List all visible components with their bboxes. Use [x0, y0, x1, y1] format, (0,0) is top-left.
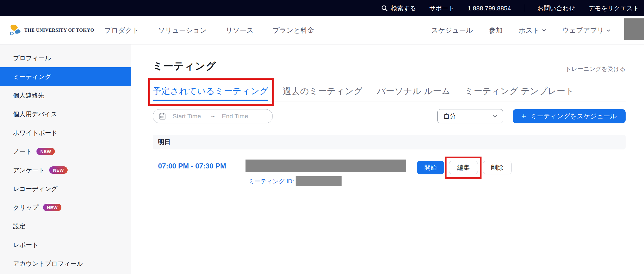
start-meeting-button[interactable]: 開始	[417, 161, 444, 174]
sidebar-item-profile[interactable]: プロフィール	[0, 49, 131, 67]
schedule-meeting-label: ミーティングをスケジュール	[530, 112, 617, 121]
chevron-down-icon	[542, 29, 546, 32]
calendar-icon	[158, 112, 166, 120]
meeting-time: 07:00 PM - 07:30 PM	[158, 162, 226, 170]
new-badge: NEW	[36, 148, 55, 155]
search-link[interactable]: 検索する	[381, 4, 416, 12]
main-content: ミーティング トレーニングを受ける 予定されているミーティング 過去のミーティン…	[131, 44, 644, 274]
get-training-link[interactable]: トレーニングを受ける	[565, 65, 626, 73]
nav-solutions[interactable]: ソリューション	[158, 26, 207, 35]
sidebar-item-label: クリップ	[13, 203, 39, 212]
nav-plans-pricing[interactable]: プランと料金	[272, 26, 314, 35]
sidebar-item-label: レコーディング	[13, 185, 58, 193]
sidebar-item-label: ノート	[13, 147, 32, 156]
tab-previous-meetings[interactable]: 過去のミーティング	[283, 86, 363, 101]
topbar-phone[interactable]: 1.888.799.8854	[468, 5, 511, 12]
meeting-id-redacted	[296, 176, 342, 186]
action-schedule[interactable]: スケジュール	[431, 26, 473, 35]
sidebar-item-label: アカウントプロフィール	[13, 259, 83, 268]
owner-filter-value: 自分	[444, 112, 456, 120]
meeting-actions: 開始 編集 削除	[417, 161, 512, 174]
sidebar-item-label: アンケート	[13, 166, 45, 174]
sidebar-item-personal-contacts[interactable]: 個人連絡先	[0, 86, 131, 105]
avatar[interactable]	[624, 18, 644, 40]
search-label: 検索する	[391, 4, 416, 12]
start-time-input[interactable]	[173, 113, 211, 120]
tab-meeting-templates[interactable]: ミーティング テンプレート	[465, 86, 574, 101]
section-header-tomorrow: 明日	[153, 135, 626, 149]
utokyo-ginkgo-logo-icon	[8, 24, 21, 37]
end-time-input[interactable]	[222, 113, 257, 120]
sidebar-item-notes[interactable]: ノート NEW	[0, 142, 131, 161]
action-web-app-label: ウェブアプリ	[562, 26, 604, 35]
page-title: ミーティング	[153, 59, 216, 73]
meeting-topic-redacted	[246, 160, 406, 172]
primary-nav: プロダクト ソリューション リソース プランと料金	[104, 26, 314, 35]
sidebar-item-whiteboard[interactable]: ホワイトボード	[0, 123, 131, 142]
sidebar-item-label: プロフィール	[13, 54, 51, 62]
tab-personal-room[interactable]: パーソナル ルーム	[377, 86, 451, 101]
meeting-id-label: ミーティング ID:	[248, 177, 294, 185]
sidebar-item-clips[interactable]: クリップ NEW	[0, 198, 131, 217]
sidebar-item-label: 設定	[13, 222, 25, 230]
meeting-tabs: 予定されているミーティング 過去のミーティング パーソナル ルーム ミーティング…	[153, 86, 626, 101]
sidebar-item-settings[interactable]: 設定	[0, 217, 131, 235]
section-header-label: 明日	[158, 138, 170, 146]
sidebar-item-label: ホワイトボード	[13, 129, 58, 137]
action-join[interactable]: 参加	[489, 26, 503, 35]
sidebar-item-personal-devices[interactable]: 個人用デバイス	[0, 105, 131, 123]
chevron-down-icon	[606, 29, 610, 32]
action-web-app[interactable]: ウェブアプリ	[562, 26, 610, 35]
title-row: ミーティング トレーニングを受ける	[153, 59, 626, 73]
sidebar-item-account-profile[interactable]: アカウントプロフィール	[0, 254, 131, 273]
sidebar-item-label: レポート	[13, 241, 38, 249]
edit-meeting-button[interactable]: 編集	[449, 161, 478, 174]
utokyo-logo[interactable]: THE UNIVERSITY OF TOKYO	[8, 24, 94, 37]
new-badge: NEW	[43, 204, 62, 211]
sidebar-item-surveys[interactable]: アンケート NEW	[0, 161, 131, 179]
date-range-picker[interactable]: ~	[153, 109, 273, 123]
header: THE UNIVERSITY OF TOKYO プロダクト ソリューション リソ…	[0, 16, 644, 44]
sidebar-item-label: 個人用デバイス	[13, 110, 57, 118]
owner-filter-select[interactable]: 自分	[437, 109, 503, 123]
nav-products[interactable]: プロダクト	[104, 26, 139, 35]
search-icon	[381, 5, 388, 12]
topbar-support-link[interactable]: サポート	[429, 4, 455, 12]
nav-resources[interactable]: リソース	[226, 26, 254, 35]
action-host-label: ホスト	[519, 26, 540, 35]
header-actions: スケジュール 参加 ホスト ウェブアプリ	[431, 26, 610, 35]
meeting-id-line: ミーティング ID:	[248, 176, 342, 186]
schedule-meeting-button[interactable]: + ミーティングをスケジュール	[513, 109, 626, 123]
page-body: プロフィール ミーティング 個人連絡先 個人用デバイス ホワイトボード ノート …	[0, 44, 644, 274]
chevron-down-icon	[492, 115, 497, 118]
sidebar-item-label: ミーティング	[13, 73, 51, 81]
topbar-contact-link[interactable]: お問い合わせ	[537, 4, 575, 12]
sidebar-item-recordings[interactable]: レコーディング	[0, 179, 131, 198]
sidebar: プロフィール ミーティング 個人連絡先 個人用デバイス ホワイトボード ノート …	[0, 44, 131, 274]
topbar-divider	[524, 4, 524, 12]
meeting-row: 07:00 PM - 07:30 PM ミーティング ID: 開始 編集 削除	[153, 160, 626, 198]
action-host[interactable]: ホスト	[519, 26, 546, 35]
new-badge: NEW	[49, 166, 68, 174]
filter-row: ~ 自分 + ミーティングをスケジュール	[153, 109, 626, 123]
tab-upcoming-meetings[interactable]: 予定されているミーティング	[153, 86, 268, 101]
sidebar-item-reports[interactable]: レポート	[0, 235, 131, 254]
topbar: 検索する サポート 1.888.799.8854 お問い合わせ デモをリクエスト	[0, 0, 644, 16]
delete-meeting-button[interactable]: 削除	[483, 161, 512, 174]
filter-right-group: 自分 + ミーティングをスケジュール	[437, 109, 626, 123]
plus-icon: +	[522, 112, 526, 120]
sidebar-item-label: 個人連絡先	[13, 91, 44, 100]
date-range-separator: ~	[211, 113, 215, 120]
sidebar-item-meetings[interactable]: ミーティング	[0, 67, 131, 86]
logo-text: THE UNIVERSITY OF TOKYO	[24, 28, 94, 33]
topbar-request-demo-link[interactable]: デモをリクエスト	[588, 4, 639, 12]
